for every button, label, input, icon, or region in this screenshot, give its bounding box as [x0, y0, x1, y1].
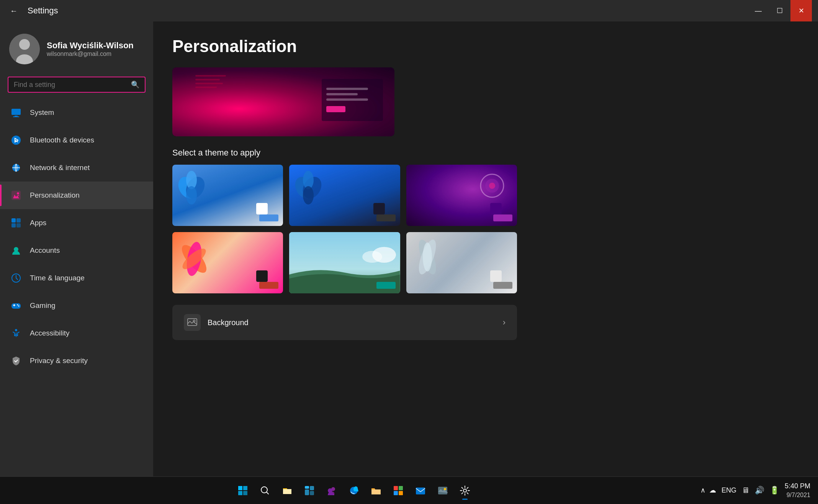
search-icon: 🔍 — [131, 80, 139, 89]
sidebar-item-label-accounts: Accounts — [30, 246, 60, 255]
sidebar: Sofia Wyciślik-Wilson wilsonmark@gmail.c… — [0, 21, 153, 476]
theme-card-bloom[interactable] — [172, 232, 283, 293]
clock[interactable]: 5:40 PM 9/7/2021 — [785, 481, 810, 500]
user-info: Sofia Wyciślik-Wilson wilsonmark@gmail.c… — [47, 41, 134, 57]
win11-flower-dark — [293, 169, 324, 207]
sidebar-item-personalization[interactable]: Personalization — [0, 182, 153, 209]
start-button[interactable] — [233, 481, 253, 501]
svg-rect-56 — [416, 488, 425, 494]
taskbar-right: ∧ ☁ ENG 🖥 🔊 🔋 5:40 PM 9/7/2021 — [700, 481, 810, 500]
svg-rect-10 — [16, 218, 21, 223]
background-label: Background — [208, 318, 249, 327]
minimize-button[interactable]: — — [748, 0, 769, 21]
theme-2-bg — [289, 165, 400, 226]
preview-wallpaper-box — [172, 67, 394, 136]
sidebar-item-network[interactable]: Network & internet — [0, 154, 153, 182]
theme-grid — [172, 165, 517, 293]
tray-monitor-icon[interactable]: 🖥 — [742, 486, 749, 495]
wallpaper-preview — [172, 67, 394, 136]
taskbar-widgets-button[interactable] — [299, 481, 319, 501]
sidebar-item-label-personalization: Personalization — [30, 191, 80, 200]
win11-flower-light — [176, 169, 207, 207]
gaming-icon — [9, 299, 23, 313]
search-box[interactable]: 🔍 — [8, 77, 146, 93]
page-title: Personalization — [172, 37, 799, 56]
wallpaper-background — [172, 67, 394, 136]
network-icon — [9, 161, 23, 175]
system-tray: ∧ ☁ — [700, 486, 716, 494]
overlay-line-1 — [326, 88, 368, 90]
svg-rect-47 — [310, 486, 314, 490]
taskbar-search-button[interactable] — [255, 481, 275, 501]
main-layout: Sofia Wyciślik-Wilson wilsonmark@gmail.c… — [0, 21, 818, 476]
sidebar-item-label-gaming: Gaming — [30, 301, 56, 310]
svg-point-58 — [444, 488, 446, 490]
bloom-flower — [178, 238, 211, 280]
content-area: Personalization — [153, 21, 818, 476]
theme-4-taskbar — [256, 270, 268, 282]
theme-1-taskbar — [256, 203, 268, 214]
back-button[interactable]: ← — [6, 3, 21, 18]
time-icon — [9, 271, 23, 285]
theme-3-bg — [406, 165, 517, 226]
svg-point-6 — [11, 136, 21, 145]
tray-cloud-icon: ☁ — [709, 486, 716, 494]
overlay-button — [326, 106, 345, 112]
maximize-button[interactable]: ☐ — [769, 0, 790, 21]
close-button[interactable]: ✕ — [790, 0, 812, 21]
taskbar-edge-button[interactable] — [344, 481, 364, 501]
sidebar-item-label-network: Network & internet — [30, 164, 90, 172]
system-icon — [9, 106, 23, 119]
svg-rect-5 — [13, 116, 19, 117]
tray-volume-icon[interactable]: 🔊 — [755, 486, 764, 495]
sidebar-item-bluetooth[interactable]: Bluetooth & devices — [0, 126, 153, 154]
taskbar-fileexplorer-button[interactable] — [277, 481, 297, 501]
taskbar-settings-button[interactable] — [455, 481, 475, 501]
svg-point-16 — [17, 304, 18, 306]
tray-battery-icon[interactable]: 🔋 — [770, 486, 779, 495]
theme-card-landscape[interactable] — [289, 232, 400, 293]
sidebar-item-label-apps: Apps — [30, 219, 46, 227]
taskbar-mail-button[interactable] — [411, 481, 430, 501]
sidebar-item-gaming[interactable]: Gaming — [0, 292, 153, 319]
user-name: Sofia Wyciślik-Wilson — [47, 41, 134, 51]
svg-point-29 — [489, 183, 495, 189]
taskbar-teams-button[interactable] — [322, 481, 342, 501]
theme-6-bg — [406, 232, 517, 293]
title-bar: ← Settings — ☐ ✕ — [0, 0, 818, 21]
search-input[interactable] — [14, 81, 127, 89]
svg-point-38 — [423, 242, 432, 272]
window-controls: — ☐ ✕ — [748, 0, 812, 21]
sidebar-item-time[interactable]: Time & language — [0, 264, 153, 292]
svg-rect-49 — [310, 491, 314, 495]
sidebar-item-label-privacy: Privacy & security — [30, 357, 88, 365]
taskbar-store-button[interactable] — [388, 481, 408, 501]
sidebar-item-privacy[interactable]: Privacy & security — [0, 347, 153, 375]
sidebar-item-apps[interactable]: Apps — [0, 209, 153, 237]
theme-card-flow[interactable] — [406, 232, 517, 293]
user-profile[interactable]: Sofia Wyciślik-Wilson wilsonmark@gmail.c… — [0, 21, 153, 74]
background-section[interactable]: Background › — [172, 305, 517, 340]
privacy-icon — [9, 354, 23, 368]
sidebar-item-label-bluetooth: Bluetooth & devices — [30, 136, 94, 144]
sidebar-item-label-time: Time & language — [30, 274, 85, 282]
theme-card-glow[interactable] — [406, 165, 517, 226]
theme-4-bg — [172, 232, 283, 293]
tray-chevron[interactable]: ∧ — [700, 486, 705, 494]
wallpaper-decoration — [195, 75, 226, 129]
app-title: Settings — [28, 6, 58, 16]
theme-3-taskbar — [490, 203, 502, 214]
theme-card-windows-dark[interactable] — [289, 165, 400, 226]
theme-section-title: Select a theme to apply — [172, 148, 799, 158]
theme-card-windows-light[interactable] — [172, 165, 283, 226]
chevron-right-icon: › — [503, 317, 506, 327]
sidebar-item-system[interactable]: System — [0, 99, 153, 126]
svg-rect-52 — [394, 486, 398, 490]
svg-point-22 — [186, 186, 197, 205]
sidebar-item-accounts[interactable]: Accounts — [0, 237, 153, 264]
sidebar-item-accessibility[interactable]: Accessibility — [0, 319, 153, 347]
tray-lang[interactable]: ENG — [721, 486, 736, 494]
taskbar-photos-button[interactable] — [433, 481, 453, 501]
glow-circle — [479, 172, 506, 199]
taskbar-folder-button[interactable] — [366, 481, 386, 501]
